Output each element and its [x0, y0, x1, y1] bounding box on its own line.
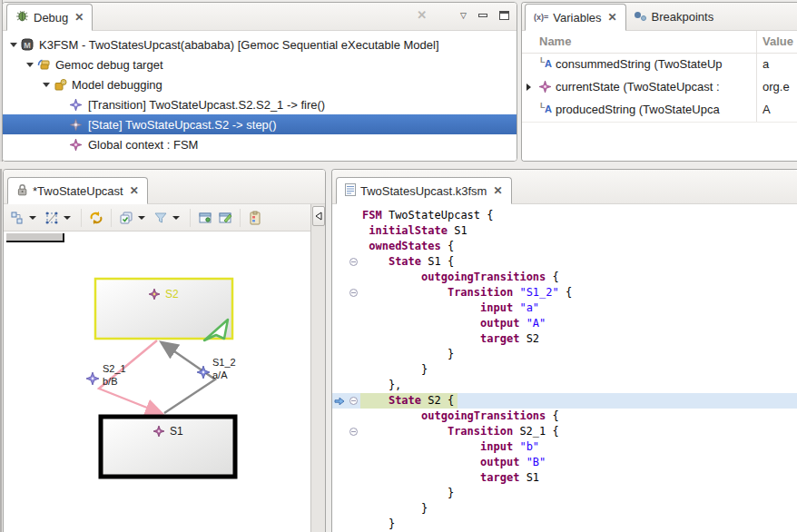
toolbar-separator [190, 209, 191, 227]
code-line[interactable]: } [332, 517, 797, 532]
code-line[interactable]: input "a" [332, 300, 797, 316]
code-text: State S2 { [360, 393, 458, 409]
palette-expand-button[interactable] [312, 206, 325, 226]
modeldebug-icon [54, 78, 69, 91]
tab-code[interactable]: TwoStatesUpcast.k3fsm [336, 177, 512, 204]
layers-menu-icon[interactable] [138, 216, 145, 220]
export-config-icon[interactable] [215, 208, 235, 228]
debug-tree-item[interactable]: Model debugging [3, 74, 517, 94]
select-icon[interactable] [42, 208, 62, 228]
transition-S1_2-edge[interactable] [162, 343, 215, 413]
code-line[interactable]: outgoingTransitions { [332, 270, 797, 285]
expander-icon[interactable] [526, 84, 531, 91]
fold-collapse-icon[interactable] [347, 258, 360, 266]
close-icon[interactable] [608, 11, 617, 24]
code-text: input "a" [360, 300, 539, 316]
code-line[interactable]: }, [332, 378, 797, 393]
filters-menu-icon[interactable] [172, 216, 180, 220]
debug-tree-item[interactable]: Global context : FSM [3, 134, 517, 154]
debug-tree: MK3FSM - TwoStatesUpcast(abababa) [Gemoc… [3, 31, 517, 161]
column-header-value[interactable]: Value [763, 34, 793, 48]
column-header-name[interactable]: Name [539, 34, 571, 48]
string-icon: LA [539, 103, 552, 119]
code-line[interactable]: target S1 [332, 470, 797, 486]
debug-tabstrip: Debug ✕ ▽ [3, 3, 517, 31]
fsm-diagram: S2 S1 S2_1 b/B S1_2 a/A [8, 234, 310, 532]
code-text: outgoingTransitions { [360, 409, 559, 424]
tree-item-label: Global context : FSM [88, 138, 198, 152]
code-line[interactable]: target S2 [332, 331, 797, 347]
minimize-icon[interactable] [478, 14, 487, 17]
debug-tree-item[interactable]: MK3FSM - TwoStatesUpcast(abababa) [Gemoc… [3, 34, 517, 54]
code-text: output "A" [360, 316, 546, 331]
variable-row[interactable]: LAconsummedString (TwoStateUpa [522, 54, 797, 76]
star-muted-icon [70, 119, 85, 131]
transition-S1_2-label[interactable]: S1_2 a/A [197, 357, 236, 380]
code-line[interactable]: } [332, 347, 797, 362]
expander-icon[interactable] [23, 63, 37, 67]
code-line[interactable]: Transition S2_1 { [332, 424, 797, 439]
tree-item-label: Gemoc debug target [55, 58, 163, 72]
fold-collapse-icon[interactable] [347, 428, 360, 436]
arrange-icon[interactable] [7, 208, 27, 228]
code-line[interactable]: State S1 { [332, 254, 797, 270]
tab-variables-label: Variables [553, 11, 601, 25]
code-line[interactable]: outgoingTransitions { [332, 409, 797, 424]
horizontal-sash[interactable] [0, 162, 797, 169]
tab-diagram[interactable]: *TwoStateUpcast [7, 177, 148, 204]
target-icon [37, 58, 53, 71]
tree-item-label: K3FSM - TwoStatesUpcast(abababa) [Gemoc … [39, 38, 439, 52]
code-line[interactable]: output "A" [332, 316, 797, 331]
variable-row[interactable]: LAproducedString (TwoStateUpcaA [522, 99, 797, 123]
engine-icon: M [21, 38, 36, 51]
code-line[interactable]: input "b" [332, 439, 797, 455]
code-line[interactable]: } [332, 486, 797, 501]
code-text: initialState S1 [360, 223, 467, 239]
variables-icon: (x)= [534, 13, 548, 22]
palette-collapsed [310, 204, 325, 532]
code-line[interactable]: output "B" [332, 455, 797, 470]
debug-tree-item[interactable]: Gemoc debug target [3, 54, 517, 74]
close-icon[interactable] [493, 184, 502, 197]
code-line[interactable]: } [332, 362, 797, 378]
view-menu-icon[interactable]: ▽ [460, 11, 467, 20]
close-icon[interactable] [74, 11, 84, 24]
state-S1-box[interactable] [101, 417, 235, 477]
fold-collapse-icon[interactable] [347, 289, 360, 297]
expander-icon[interactable] [39, 83, 54, 87]
code-line[interactable]: } [332, 501, 797, 517]
refresh-icon[interactable] [86, 208, 106, 228]
svg-text:M: M [24, 41, 31, 50]
filters-icon[interactable] [151, 208, 171, 228]
close-icon[interactable] [130, 184, 139, 197]
select-menu-icon[interactable] [64, 216, 71, 220]
transition-S2_1-label[interactable]: S2_1 b/B [86, 363, 126, 387]
maximize-icon[interactable] [499, 11, 509, 20]
variable-row[interactable]: currentState (TwoStateUpcast :org.e [522, 76, 797, 99]
state-S2-box[interactable] [95, 279, 232, 339]
debug-tree-item[interactable]: [State] TwoStateUpcast.S2 -> step() [3, 114, 517, 134]
palette-clipboard-icon[interactable] [245, 208, 265, 228]
expander-icon[interactable] [6, 43, 21, 47]
arrange-menu-icon[interactable] [29, 216, 36, 220]
code-line[interactable]: State S2 { [332, 393, 797, 409]
diagram-canvas[interactable]: S2 S1 S2_1 b/B S1_2 a/A [5, 232, 310, 532]
code-line[interactable]: FSM TwoStateUpcast { [332, 208, 797, 223]
code-text: }, [360, 378, 401, 393]
debug-tree-item[interactable]: [Transition] TwoStateUpcast.S2.S2_1 -> f… [3, 94, 517, 114]
code-line[interactable]: Transition "S1_2" { [332, 285, 797, 300]
tab-breakpoints[interactable]: Breakpoints [626, 3, 723, 30]
variables-header: Name Value [522, 31, 797, 54]
layers-icon[interactable] [116, 208, 136, 228]
code-line[interactable]: ownedStates { [332, 239, 797, 254]
export-image-icon[interactable] [195, 208, 215, 228]
code-area[interactable]: FSM TwoStateUpcast { initialState S1 own… [332, 204, 797, 532]
fold-collapse-icon[interactable] [347, 397, 360, 405]
code-line[interactable]: initialState S1 [332, 223, 797, 239]
tab-diagram-label: *TwoStateUpcast [33, 184, 123, 198]
tab-variables[interactable]: (x)= Variables [525, 4, 626, 31]
debug-view-toolbar: ✕ ▽ [417, 8, 509, 22]
instruction-pointer-icon [332, 397, 347, 406]
tab-debug[interactable]: Debug [6, 4, 93, 31]
code-text: } [360, 501, 428, 517]
